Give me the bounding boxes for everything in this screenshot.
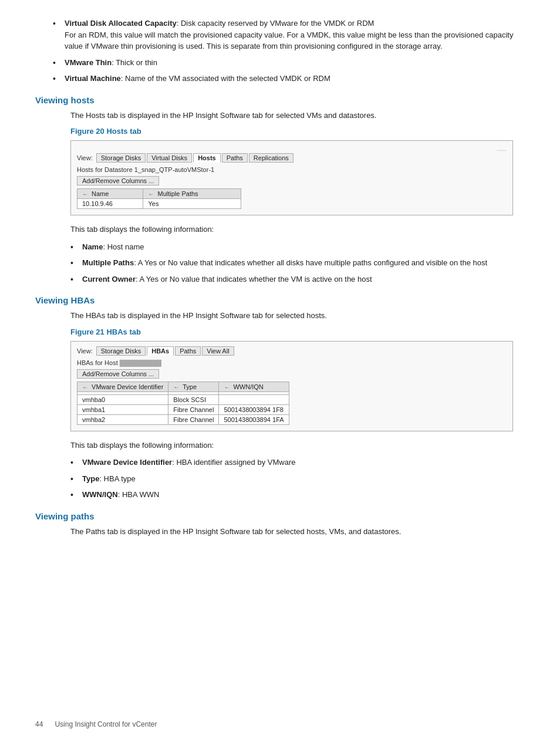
virtual-machine-term: Virtual Machine	[65, 74, 121, 83]
viewing-hbas-heading: Viewing HBAs	[35, 295, 525, 305]
figure-21-tabs: View: Storage Disks HBAs Paths View All	[77, 346, 507, 356]
table-row: 10.10.9.46 Yes	[77, 199, 241, 209]
table-row: vmhba1 Fibre Channel 5001438003894 1F8	[77, 404, 289, 414]
figure-21-box: View: Storage Disks HBAs Paths View All …	[70, 341, 513, 431]
tab-replications-hosts[interactable]: Replications	[249, 153, 294, 163]
tab-paths-hbas[interactable]: Paths	[175, 346, 201, 356]
tab-hbas[interactable]: HBAs	[147, 346, 174, 356]
vmware-thin-term: VMware Thin	[65, 58, 112, 67]
hbas-wwn-iqn-item: WWN/IQN: HBA WWN	[70, 489, 525, 501]
figure-21-table: ← VMware Device Identifier ← Type ← WWN/…	[77, 382, 289, 425]
hosts-current-owner-item: Current Owner: A Yes or No value that in…	[70, 274, 525, 285]
hba-wwn-cell-1	[219, 394, 289, 404]
figure-21-label: Figure 21 HBAs tab	[70, 328, 525, 336]
vmware-thin-item: VMware Thin: Thick or thin	[53, 57, 525, 69]
hba-wwn-cell-2: 5001438003894 1F8	[219, 404, 289, 414]
viewing-hbas-intro: The HBAs tab is displayed in the HP Insi…	[70, 310, 525, 322]
hbas-type-item: Type: HBA type	[70, 473, 525, 485]
figure-20-label: Figure 20 Hosts tab	[70, 127, 525, 136]
section-viewing-hbas: Viewing HBAs The HBAs tab is displayed i…	[35, 295, 525, 501]
table-row: vmhba0 Block SCSI	[77, 394, 289, 404]
viewing-hosts-bullets: Name: Host name Multiple Paths: A Yes or…	[70, 241, 525, 285]
tab-storage-disks-hbas[interactable]: Storage Disks	[96, 346, 146, 356]
section-viewing-hosts: Viewing hosts The Hosts tab is displayed…	[35, 95, 525, 285]
hba-id-cell-2: vmhba1	[77, 404, 168, 414]
tab-virtual-disks-hosts[interactable]: Virtual Disks	[147, 153, 192, 163]
figure-20-tabs: View: Storage Disks Virtual Disks Hosts …	[77, 153, 507, 163]
vmware-thin-desc: : Thick or thin	[112, 58, 157, 67]
viewing-hosts-heading: Viewing hosts	[35, 95, 525, 105]
table-row: vmhba2 Fibre Channel 5001438003894 1FA	[77, 414, 289, 424]
tab-storage-disks-hosts[interactable]: Storage Disks	[96, 153, 146, 163]
col-vmware-device-id-header: ← VMware Device Identifier	[77, 382, 168, 391]
figure-21-subtitle: HBAs for Host ██████████	[77, 359, 507, 366]
hba-id-cell-1: vmhba0	[77, 394, 168, 404]
hosts-name-item: Name: Host name	[70, 241, 525, 253]
col-name-header: ← Name	[77, 189, 143, 199]
figure-20-view-label: View:	[77, 154, 93, 161]
vdisk-allocated-capacity-desc: : Disk capacity reserved by VMware for t…	[177, 19, 375, 28]
hba-id-cell-3: vmhba2	[77, 414, 168, 424]
viewing-hosts-intro: The Hosts tab is displayed in the HP Ins…	[70, 110, 525, 121]
viewing-hbas-body: This tab displays the following informat…	[70, 440, 525, 451]
hba-type-cell-3: Fibre Channel	[168, 414, 219, 424]
vdisk-bullet-list: Virtual Disk Allocated Capacity: Disk ca…	[53, 18, 525, 85]
tab-hosts[interactable]: Hosts	[193, 153, 221, 163]
host-name-cell: 10.10.9.46	[77, 199, 143, 209]
figure-20-dots: ......	[77, 146, 507, 152]
viewing-paths-heading: Viewing paths	[35, 511, 525, 521]
figure-21-add-remove[interactable]: Add/Remove Columns ...	[77, 369, 159, 379]
col-type-header: ← Type	[168, 382, 219, 391]
host-multiple-paths-cell: Yes	[143, 199, 241, 209]
figure-20-table: ← Name ← Multiple Paths 10.10.9.46 Yes	[77, 188, 241, 209]
vdisk-allocated-capacity-detail: For an RDM, this value will match the pr…	[65, 31, 513, 51]
figure-20-subtitle: Hosts for Datastore 1_snap_QTP-autoVMSto…	[77, 166, 507, 173]
viewing-paths-intro: The Paths tab is displayed in the HP Ins…	[70, 526, 525, 538]
hbas-vmware-id-item: VMware Device Identifier: HBA identifier…	[70, 457, 525, 468]
col-multiple-paths-header: ← Multiple Paths	[143, 189, 241, 199]
vdisk-allocated-capacity-term: Virtual Disk Allocated Capacity	[65, 19, 177, 28]
viewing-hosts-body: This tab displays the following informat…	[70, 224, 525, 235]
hba-wwn-cell-3: 5001438003894 1FA	[219, 414, 289, 424]
hosts-multiple-paths-item: Multiple Paths: A Yes or No value that i…	[70, 257, 525, 269]
tab-view-all-hbas[interactable]: View All	[202, 346, 234, 356]
figure-20-add-remove[interactable]: Add/Remove Columns ...	[77, 176, 159, 185]
footer-text: Using Insight Control for vCenter	[55, 720, 157, 728]
virtual-machine-item: Virtual Machine: Name of the VM associat…	[53, 73, 525, 85]
footer-page-number: 44	[35, 720, 43, 728]
hba-type-cell-2: Fibre Channel	[168, 404, 219, 414]
figure-21-view-label: View:	[77, 347, 93, 355]
section-viewing-paths: Viewing paths The Paths tab is displayed…	[35, 511, 525, 538]
page-footer: 44 Using Insight Control for vCenter	[35, 720, 157, 728]
tab-paths-hosts[interactable]: Paths	[222, 153, 248, 163]
hba-type-cell-1: Block SCSI	[168, 394, 219, 404]
viewing-hbas-bullets: VMware Device Identifier: HBA identifier…	[70, 457, 525, 501]
vdisk-allocated-capacity-item: Virtual Disk Allocated Capacity: Disk ca…	[53, 18, 525, 52]
col-wwn-iqn-header: ← WWN/IQN	[219, 382, 289, 391]
figure-20-box: ...... View: Storage Disks Virtual Disks…	[70, 140, 513, 215]
virtual-machine-desc: : Name of the VM associated with the sel…	[121, 74, 330, 83]
